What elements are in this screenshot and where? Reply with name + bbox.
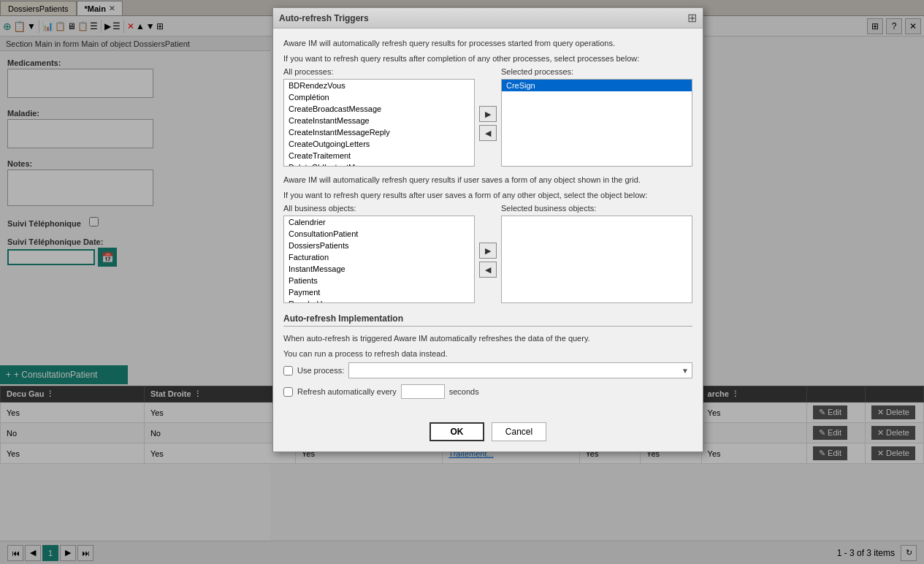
seconds-label: seconds: [449, 387, 479, 396]
selected-objects-col: Selected business objects:: [501, 204, 692, 303]
selected-objects-label: Selected business objects:: [501, 204, 692, 213]
object-item-4[interactable]: Facturation: [284, 251, 474, 263]
selected-objects-listbox[interactable]: [501, 216, 692, 303]
modal-titlebar: Auto-refresh Triggers ⊞: [273, 8, 703, 28]
modal-body: Aware IM will automatically refresh quer…: [273, 28, 703, 414]
refresh-interval-input[interactable]: [401, 384, 445, 399]
object-selector: All business objects: Calendrier Consult…: [283, 204, 692, 303]
use-process-checkbox[interactable]: [283, 366, 293, 376]
object-transfer-left-btn[interactable]: ◀: [479, 262, 497, 278]
selected-process-item-1[interactable]: CreSign: [502, 80, 692, 91]
process-selector: All processes: BDRendezVous Complétion C…: [283, 67, 692, 167]
object-item-1[interactable]: Calendrier: [284, 216, 474, 228]
refresh-auto-row: Refresh automatically every seconds: [283, 384, 692, 399]
selected-processes-listbox[interactable]: CreSign: [501, 79, 692, 167]
transfer-right-btn[interactable]: ▶: [479, 106, 497, 122]
process-item-7[interactable]: CreateTraitement: [284, 150, 474, 161]
use-process-label: Use process:: [297, 366, 344, 375]
impl-desc-1: When auto-refresh is triggered Aware IM …: [283, 332, 692, 345]
selected-processes-label: Selected processes:: [501, 67, 692, 76]
object-transfer-btns: ▶ ◀: [475, 217, 501, 303]
modal-desc-3: Aware IM will automatically refresh quer…: [283, 174, 692, 186]
process-item-4[interactable]: CreateInstantMessage: [284, 115, 474, 126]
transfer-left-btn[interactable]: ◀: [479, 125, 497, 141]
all-processes-label: All processes:: [283, 67, 475, 76]
modal-desc-1: Aware IM will automatically refresh quer…: [283, 37, 692, 50]
refresh-auto-label: Refresh automatically every: [297, 387, 397, 396]
impl-section-title: Auto-refresh Implementation: [283, 313, 692, 327]
object-item-8[interactable]: RegularUser: [284, 298, 474, 303]
use-process-dropdown[interactable]: ▼: [348, 362, 692, 378]
selected-processes-col: Selected processes: CreSign: [501, 67, 692, 167]
process-item-2[interactable]: Complétion: [284, 91, 474, 103]
modal-desc-2: If you want to refresh query results aft…: [283, 53, 692, 65]
all-objects-label: All business objects:: [283, 204, 475, 213]
modal-title: Auto-refresh Triggers: [279, 13, 369, 23]
all-processes-col: All processes: BDRendezVous Complétion C…: [283, 67, 475, 167]
process-item-5[interactable]: CreateInstantMessageReply: [284, 126, 474, 138]
process-item-6[interactable]: CreateOutgoingLetters: [284, 138, 474, 150]
object-item-2[interactable]: ConsultationPatient: [284, 228, 474, 240]
dropdown-arrow-icon: ▼: [681, 367, 689, 375]
process-transfer-btns: ▶ ◀: [475, 80, 501, 167]
process-item-1[interactable]: BDRendezVous: [284, 80, 474, 91]
object-item-7[interactable]: Payment: [284, 286, 474, 298]
all-processes-listbox[interactable]: BDRendezVous Complétion CreateBroadcastM…: [283, 79, 475, 167]
modal-footer: OK Cancel: [273, 414, 703, 451]
modal-dialog: Auto-refresh Triggers ⊞ Aware IM will au…: [272, 7, 703, 452]
ok-button[interactable]: OK: [429, 422, 484, 441]
cancel-button[interactable]: Cancel: [492, 422, 546, 441]
modal-desc-4: If you want to refresh query results aft…: [283, 189, 692, 202]
process-item-3[interactable]: CreateBroadcastMessage: [284, 103, 474, 115]
all-objects-col: All business objects: Calendrier Consult…: [283, 204, 475, 303]
refresh-auto-checkbox[interactable]: [283, 387, 293, 397]
modal-grid-icon: ⊞: [687, 11, 697, 25]
use-process-row: Use process: ▼: [283, 362, 692, 378]
impl-desc-2: You can run a process to refresh data in…: [283, 348, 692, 360]
process-item-8[interactable]: DeleteOldInstantMessages: [284, 161, 474, 167]
all-objects-listbox[interactable]: Calendrier ConsultationPatient DossiersP…: [283, 216, 475, 303]
object-transfer-right-btn[interactable]: ▶: [479, 243, 497, 259]
object-item-6[interactable]: Patients: [284, 275, 474, 286]
object-item-5[interactable]: InstantMessage: [284, 263, 474, 275]
object-item-3[interactable]: DossiersPatients: [284, 240, 474, 251]
